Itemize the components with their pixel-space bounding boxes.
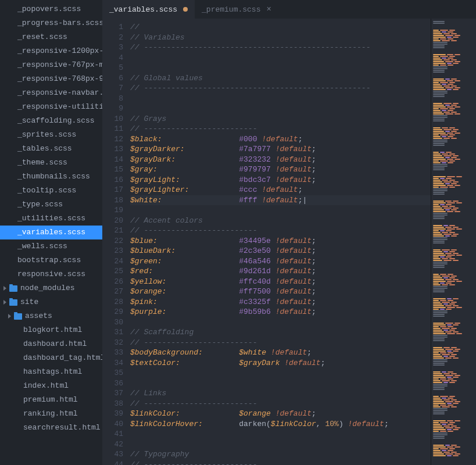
file-item[interactable]: _responsive-navbar.s… [0,86,102,100]
code-line[interactable]: // Grays [130,114,431,124]
editor-tab[interactable]: _variables.scss [102,0,195,19]
folder-label: site [20,297,38,307]
modified-dot-icon [183,7,188,12]
file-item[interactable]: bootstrap.scss [0,253,102,267]
code-line[interactable]: // -------------------------------------… [130,42,431,53]
file-item[interactable]: dashboard.html [0,337,102,351]
file-item[interactable]: _responsive-utilities.… [0,100,102,114]
file-item[interactable]: dashboard_tag.html [0,351,102,365]
code-line[interactable] [130,378,431,389]
line-number: 11 [102,124,123,134]
code-line[interactable]: // -------------------------------------… [130,83,431,94]
file-item[interactable]: ranking.html [0,407,102,421]
tab-label: _premium.scss [202,5,260,14]
code-line[interactable]: $bodyBackground: $white !default; [130,348,431,358]
code-line[interactable] [130,53,431,63]
code-line[interactable]: // ------------------------- [130,399,431,409]
code-line[interactable]: $green: #46a546 !default; [130,256,431,267]
code-line[interactable]: $textColor: $grayDark !default; [130,358,431,369]
code-line[interactable]: // [130,22,431,33]
file-item[interactable]: _responsive-767px-m… [0,58,102,72]
file-item[interactable]: _utilities.scss [0,212,102,226]
line-number: 26 [102,277,123,287]
file-item[interactable]: _responsive-768px-9… [0,72,102,86]
code-line[interactable] [130,103,431,114]
code-line[interactable]: // Scaffolding [130,327,431,338]
line-number: 24 [102,256,123,267]
file-item[interactable]: searchresult.html [0,421,102,435]
file-item[interactable]: _theme.scss [0,156,102,170]
code-line[interactable]: // Links [130,388,431,399]
line-number: 29 [102,307,123,317]
line-number: 19 [102,205,123,216]
folder-item[interactable]: assets [0,309,102,323]
code-line[interactable]: $yellow: #ffc40d !default; [130,277,431,287]
code-line[interactable]: $red: #9d261d !default; [130,266,431,277]
editor-tab[interactable]: _premium.scss× [195,0,278,19]
code-line[interactable]: // ------------------------- [130,460,431,466]
code-line[interactable]: // ------------------------- [130,226,431,236]
file-item[interactable]: _scaffolding.scss [0,114,102,128]
file-item[interactable]: responsive.scss [0,267,102,281]
file-item[interactable]: blogkort.html [0,323,102,337]
code-line[interactable]: $linkColorHover: darken($linkColor, 10%)… [130,419,431,430]
file-item[interactable]: index.html [0,379,102,393]
file-item[interactable]: _tooltip.scss [0,184,102,198]
line-number: 18 [102,195,123,206]
code-line[interactable]: // ------------------------- [130,124,431,134]
file-item[interactable]: _thumbnails.scss [0,170,102,184]
minimap[interactable] [431,19,476,465]
folder-item[interactable]: site [0,295,102,309]
file-item[interactable]: _progress-bars.scss [0,16,102,30]
folder-item[interactable]: node_modules [0,281,102,295]
code-line[interactable]: $purple: #9b59b6 !default; [130,307,431,317]
folder-icon [14,313,22,320]
line-number: 40 [102,419,123,430]
tab-bar[interactable]: _variables.scss_premium.scss× [102,0,476,19]
code-line[interactable]: $grayDark: #323232 !default; [130,155,431,165]
code-line[interactable]: // Variables [130,33,431,43]
file-item[interactable]: _type.scss [0,198,102,212]
code-line[interactable]: $blueDark: #2c3e50 !default; [130,246,431,256]
close-icon[interactable]: × [266,5,271,14]
line-number: 27 [102,287,123,297]
file-item[interactable]: _responsive-1200px-… [0,44,102,58]
file-item[interactable]: premium.html [0,393,102,407]
code-line[interactable]: // ------------------------- [130,338,431,348]
code-line[interactable]: // Accent colors [130,216,431,226]
file-item[interactable]: hashtags.html [0,365,102,379]
line-number: 28 [102,297,123,307]
code-line[interactable]: $white: #fff !default;| [130,195,431,206]
file-item[interactable]: _variables.scss [0,226,102,239]
code-line[interactable]: // Typography [130,449,431,460]
code-line[interactable]: $grayLighter: #ccc !default; [130,185,431,195]
code-line[interactable] [130,439,431,450]
line-number: 16 [102,175,123,185]
code-line[interactable] [130,205,431,216]
code-line[interactable] [130,429,431,439]
file-item[interactable]: _sprites.scss [0,128,102,142]
code-line[interactable]: $pink: #c3325f !default; [130,297,431,307]
file-item[interactable]: _reset.scss [0,30,102,44]
code-line[interactable]: $linkColor: $orange !default; [130,409,431,419]
file-item[interactable]: _tables.scss [0,142,102,156]
code-line[interactable]: $blue: #34495e !default; [130,236,431,246]
code-line[interactable] [130,63,431,73]
code-line[interactable]: // Global values [130,73,431,84]
code-line[interactable]: $grayDarker: #7a7977 !default; [130,144,431,155]
file-item[interactable]: _popovers.scss [0,2,102,16]
code-editor[interactable]: //// Variables// -----------------------… [130,19,431,465]
line-number: 14 [102,155,123,165]
code-line[interactable] [130,368,431,378]
code-line[interactable]: $gray: #979797 !default; [130,164,431,175]
code-line[interactable] [130,94,431,104]
file-tree-sidebar[interactable]: _popovers.scss_progress-bars.scss_reset.… [0,0,102,465]
code-line[interactable]: $orange: #ff7500 !default; [130,287,431,297]
code-line[interactable] [130,317,431,328]
file-item[interactable]: _wells.scss [0,239,102,253]
folder-icon [9,299,17,306]
code-line[interactable]: $grayLight: #bdc3c7 !default; [130,175,431,185]
line-number: 2 [102,33,123,43]
code-line[interactable]: $black: #000 !default; [130,134,431,145]
line-number: 43 [102,449,123,460]
